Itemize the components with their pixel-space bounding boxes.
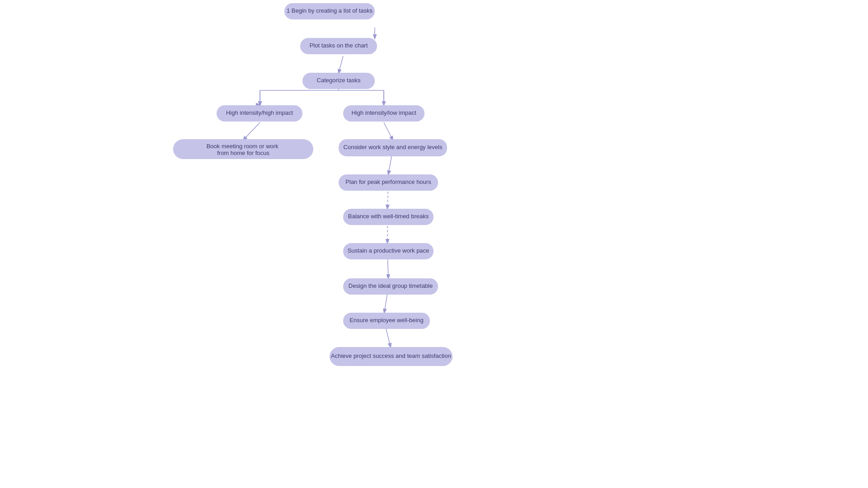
node-consider-work-text: Consider work style and energy levels [344, 144, 443, 150]
node-ensure-wellbeing-text: Ensure employee well-being [349, 317, 423, 324]
arrow-high-book [243, 122, 260, 140]
node-plan-peak-text: Plan for peak performance hours [345, 178, 431, 185]
node-sustain-pace-text: Sustain a productive work pace [348, 247, 429, 254]
node-achieve-success-text: Achieve project success and team satisfa… [331, 352, 451, 359]
arrow-low-consider [384, 122, 393, 140]
node-plot-text: Plot tasks on the chart [310, 42, 368, 49]
node-balance-breaks-text: Balance with well-timed breaks [348, 213, 429, 220]
node-low-impact-text: High intensity/low impact [351, 109, 416, 116]
node-begin-text: 1 Begin by creating a list of tasks [287, 7, 373, 14]
node-categorize-text: Categorize tasks [317, 77, 361, 84]
node-design-timetable-text: Design the ideal group timetable [349, 282, 433, 289]
node-book-meeting-text: Book meeting room or work from home for … [207, 143, 280, 156]
flowchart-container: 1 Begin by creating a list of tasks Plot… [0, 0, 868, 488]
arrow-plot-categorize [339, 56, 343, 73]
node-high-impact-text: High intensity/high impact [226, 109, 293, 116]
